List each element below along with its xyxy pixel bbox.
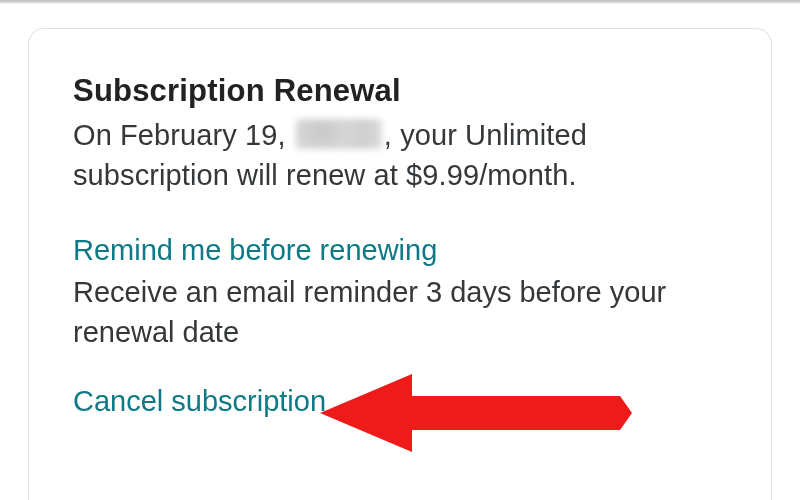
remind-me-link[interactable]: Remind me before renewing — [73, 234, 437, 266]
cancel-subscription-link[interactable]: Cancel subscription — [73, 385, 326, 417]
renewal-text-block: On February 19, , your Unlimited subscri… — [73, 115, 727, 195]
remind-description: Receive an email reminder 3 days before … — [73, 272, 727, 352]
subscription-card: Subscription Renewal On February 19, , y… — [28, 28, 772, 500]
screen-frame: Subscription Renewal On February 19, , y… — [0, 0, 800, 500]
top-divider — [0, 0, 800, 4]
card-title: Subscription Renewal — [73, 73, 727, 109]
cancel-section: Cancel subscription — [73, 382, 727, 421]
redacted-year — [296, 119, 382, 149]
remind-section: Remind me before renewing Receive an ema… — [73, 231, 727, 352]
renewal-text-prefix: On February 19, — [73, 119, 294, 151]
